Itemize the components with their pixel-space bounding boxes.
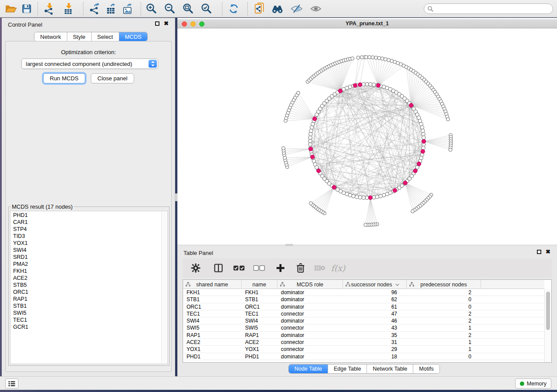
ring-node[interactable]: [308, 136, 312, 139]
leaf-node[interactable]: [449, 148, 452, 151]
ring-node[interactable]: [309, 132, 312, 136]
deselect-all-icon[interactable]: [251, 261, 268, 275]
result-list-item[interactable]: RAP1: [10, 296, 161, 303]
cell-mcds-role[interactable]: connector: [277, 310, 343, 317]
mcds-node[interactable]: [317, 169, 321, 173]
result-list-item[interactable]: PMA2: [10, 261, 161, 268]
ring-node[interactable]: [372, 83, 376, 86]
tab-node-table[interactable]: Node Table: [289, 364, 328, 373]
cell-predecessor-nodes[interactable]: 1: [407, 339, 481, 345]
result-list-scrollbar[interactable]: [161, 212, 167, 363]
cell-mcds-role[interactable]: dominator: [277, 296, 343, 303]
ring-node[interactable]: [310, 126, 314, 129]
mcds-node[interactable]: [413, 169, 417, 173]
result-list-item[interactable]: CAR1: [10, 219, 161, 226]
mcds-node[interactable]: [376, 83, 380, 87]
tab-network[interactable]: Network: [35, 32, 67, 41]
leaf-node[interactable]: [384, 58, 387, 61]
find-icon[interactable]: [270, 2, 285, 15]
cell-predecessor-nodes[interactable]: 2: [407, 310, 481, 317]
ring-node[interactable]: [358, 196, 362, 199]
result-list-item[interactable]: SWI5: [10, 309, 161, 316]
ring-node[interactable]: [308, 143, 312, 146]
ring-node[interactable]: [372, 196, 376, 199]
ring-node[interactable]: [422, 132, 425, 136]
tab-style[interactable]: Style: [67, 32, 92, 41]
run-mcds-button[interactable]: Run MCDS: [43, 73, 85, 83]
cell-shared-name[interactable]: SWI4: [183, 317, 242, 324]
cell-predecessor-nodes[interactable]: 0: [407, 296, 481, 303]
show-all-eye-icon[interactable]: [308, 2, 323, 15]
ring-node[interactable]: [365, 83, 369, 86]
result-list-item[interactable]: STB1: [10, 303, 161, 309]
ring-node[interactable]: [422, 136, 426, 139]
mcds-node[interactable]: [422, 139, 426, 143]
cell-mcds-role[interactable]: dominator: [277, 289, 343, 296]
network-canvas[interactable]: [177, 29, 557, 244]
mcds-node[interactable]: [403, 181, 407, 185]
cell-successor-nodes[interactable]: 96: [343, 289, 407, 296]
import-network-icon[interactable]: [42, 2, 57, 15]
result-list-item[interactable]: TID3: [10, 233, 161, 240]
cell-name[interactable]: SWI5: [242, 324, 277, 331]
cell-name[interactable]: PHD1: [242, 353, 277, 360]
cell-successor-nodes[interactable]: 18: [343, 353, 407, 360]
mcds-node[interactable]: [309, 147, 313, 151]
cell-successor-nodes[interactable]: 46: [343, 317, 407, 324]
leaf-node[interactable]: [297, 91, 300, 95]
ring-node[interactable]: [362, 196, 365, 199]
cell-name[interactable]: YOX1: [242, 346, 277, 352]
cell-successor-nodes[interactable]: 29: [343, 346, 407, 352]
cell-name[interactable]: TEC1: [242, 310, 277, 317]
select-all-icon[interactable]: [231, 261, 248, 275]
search-input[interactable]: [435, 5, 553, 13]
leaf-node[interactable]: [377, 56, 381, 60]
zoom-in-icon[interactable]: [144, 2, 159, 15]
mcds-node[interactable]: [338, 89, 342, 93]
delete-row-trash-icon[interactable]: [292, 261, 309, 275]
ring-node[interactable]: [352, 194, 355, 198]
leaf-node[interactable]: [368, 55, 371, 59]
leaf-node[interactable]: [351, 57, 354, 60]
tab-edge-table[interactable]: Edge Table: [328, 364, 367, 373]
save-session-icon[interactable]: [19, 2, 34, 15]
mcds-node[interactable]: [313, 117, 317, 121]
zoom-selected-icon[interactable]: [199, 2, 214, 15]
close-table-panel-icon[interactable]: ✖: [546, 250, 550, 254]
table-row-swi5[interactable]: SWI5SWI5connector431: [183, 324, 544, 331]
memory-button[interactable]: Memory: [515, 378, 551, 389]
cell-name[interactable]: SWI4: [242, 317, 277, 324]
ring-node[interactable]: [309, 129, 313, 132]
cell-successor-nodes[interactable]: 47: [343, 310, 407, 317]
ring-node[interactable]: [348, 85, 352, 89]
leaf-node[interactable]: [381, 57, 384, 60]
tab-select[interactable]: Select: [92, 32, 119, 41]
zoom-out-icon[interactable]: [163, 2, 177, 15]
column-header-name[interactable]: name: [242, 280, 277, 289]
open-file-icon[interactable]: [3, 2, 18, 15]
leaf-node[interactable]: [309, 202, 313, 205]
table-row-yox1[interactable]: YOX1YOX1connector291: [183, 346, 544, 353]
leaf-node[interactable]: [374, 56, 378, 59]
result-list-item[interactable]: SWI4: [10, 247, 161, 254]
tab-network-table[interactable]: Network Table: [367, 364, 413, 373]
result-list-item[interactable]: SRD1: [10, 254, 161, 261]
cell-predecessor-nodes[interactable]: 2: [407, 289, 481, 296]
cell-name[interactable]: ORC1: [242, 303, 277, 310]
ring-node[interactable]: [420, 126, 424, 129]
new-network-from-selection-icon[interactable]: [253, 2, 267, 15]
cell-successor-nodes[interactable]: 62: [343, 296, 407, 303]
ring-node[interactable]: [369, 83, 372, 86]
ring-node[interactable]: [308, 139, 312, 143]
criterion-select[interactable]: largest connected component (undirected): [21, 58, 158, 69]
cell-shared-name[interactable]: SWI5: [183, 324, 242, 331]
table-scrollbar[interactable]: [544, 289, 551, 362]
table-scrollbar-thumb[interactable]: [546, 292, 550, 330]
mcds-node[interactable]: [332, 185, 336, 189]
column-header-successor-nodes[interactable]: successor nodes: [343, 280, 407, 289]
leaf-node[interactable]: [411, 210, 415, 213]
mcds-node[interactable]: [393, 189, 397, 193]
ring-node[interactable]: [419, 122, 423, 126]
cell-mcds-role[interactable]: connector: [277, 346, 343, 352]
table-row-ace2[interactable]: ACE2ACE2connector311: [183, 339, 544, 346]
